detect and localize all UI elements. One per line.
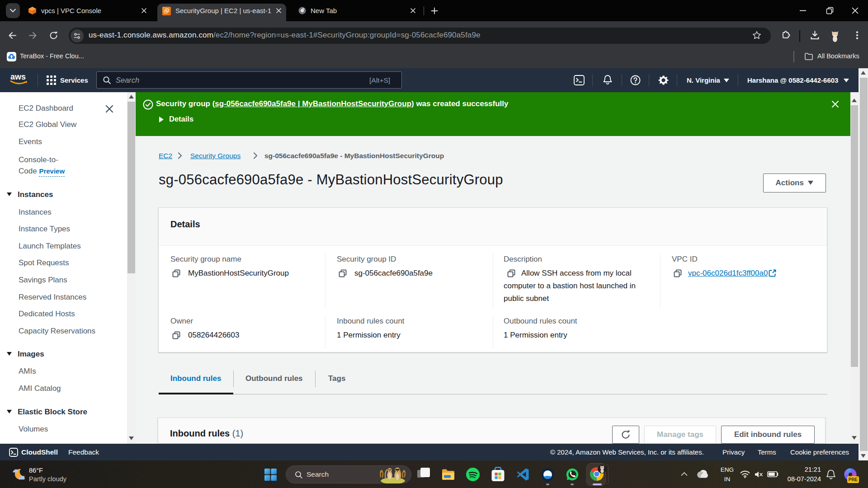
svg-text:aws: aws: [10, 73, 26, 81]
